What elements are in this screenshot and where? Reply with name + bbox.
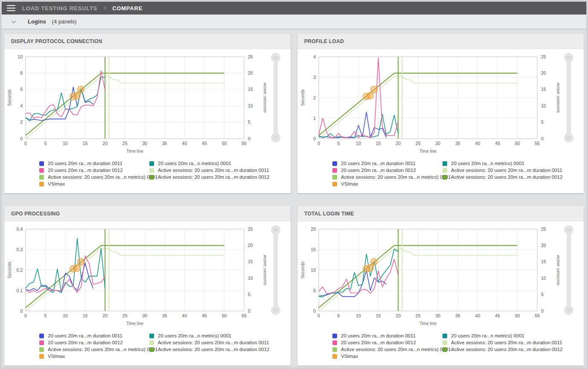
legend-item[interactable]: Active sessions: 20 users 20m ra...n met… xyxy=(39,346,149,353)
legend-label: 20 users 20m ra...m duration 0012 xyxy=(48,340,123,345)
slider-handle-bottom[interactable] xyxy=(564,133,573,142)
slider-handle-top[interactable] xyxy=(271,53,280,62)
svg-text:0.2: 0.2 xyxy=(16,267,23,273)
slider-track[interactable] xyxy=(567,230,571,310)
svg-text:Active Sessions: Active Sessions xyxy=(263,255,266,285)
legend-item[interactable]: 20 users 20m ra...n metrics) 0001 xyxy=(149,332,269,339)
slider-handle-top[interactable] xyxy=(564,53,573,62)
legend-item[interactable]: 20 users 20m ra...m duration 0011 xyxy=(39,160,149,167)
svg-text:5: 5 xyxy=(44,141,47,146)
legend-item[interactable]: 20 users 20m ra...n metrics) 0001 xyxy=(442,332,562,339)
pink-series-swatch-icon xyxy=(39,168,44,173)
legend-item[interactable]: Active sessions: 20 users 20m ra...n met… xyxy=(332,174,442,180)
slider-handle-bottom[interactable] xyxy=(271,133,280,142)
breadcrumb-root[interactable]: LOAD TESTING RESULTS xyxy=(22,5,97,12)
chevron-down-icon[interactable] xyxy=(11,19,17,25)
svg-text:0: 0 xyxy=(541,308,544,314)
legend-item[interactable]: Active sessions: 20 users 20m ra...m dur… xyxy=(149,339,269,346)
legend-label: Active sessions: 20 users 20m ra...n met… xyxy=(341,347,451,352)
legend-item[interactable]: 20 users 20m ra...n metrics) 0001 xyxy=(149,160,269,167)
legend-item[interactable]: 20 users 20m ra...m duration 0012 xyxy=(332,167,442,174)
teal-series-swatch-icon xyxy=(442,161,447,166)
legend-item[interactable]: 20 users 20m ra...m duration 0012 xyxy=(39,167,149,174)
svg-text:15: 15 xyxy=(541,87,546,92)
legend-item[interactable]: VSImax xyxy=(332,353,442,360)
svg-text:0.4: 0.4 xyxy=(16,227,23,232)
svg-text:30: 30 xyxy=(435,141,440,146)
dark_green-series-swatch-icon xyxy=(149,175,154,180)
legend-item[interactable]: Active sessions: 20 users 20m ra...m dur… xyxy=(149,167,269,174)
svg-text:5: 5 xyxy=(313,288,316,293)
svg-text:Seconds: Seconds xyxy=(300,262,305,279)
svg-text:35: 35 xyxy=(455,141,460,146)
slider-handle-top[interactable] xyxy=(564,225,573,235)
svg-text:Time line: Time line xyxy=(126,321,144,326)
legend-item[interactable]: 20 users 20m ra...m duration 0011 xyxy=(332,160,442,167)
menu-icon[interactable] xyxy=(7,5,15,11)
svg-text:25: 25 xyxy=(416,141,421,146)
dark_green-series-swatch-icon xyxy=(442,347,447,352)
legend-item[interactable]: Active sessions: 20 users 20m ra...n met… xyxy=(332,346,442,353)
slider-track[interactable] xyxy=(274,58,278,138)
svg-text:2: 2 xyxy=(313,95,316,100)
blue-series-swatch-icon xyxy=(39,334,44,338)
legend-item[interactable]: Active sessions: 20 users 20m ra...m dur… xyxy=(149,346,269,353)
svg-text:50: 50 xyxy=(222,313,227,318)
slider-track[interactable] xyxy=(567,58,571,138)
legend-item[interactable]: 20 users 20m ra...m duration 0011 xyxy=(332,332,442,339)
active-sessions-range-slider xyxy=(559,224,578,331)
svg-text:15: 15 xyxy=(311,247,316,252)
legend-label: Active sessions: 20 users 20m ra...m dur… xyxy=(158,347,269,352)
slider-handle-bottom[interactable] xyxy=(271,305,280,315)
slider-handle-top[interactable] xyxy=(271,225,280,235)
svg-text:Seconds: Seconds xyxy=(7,90,12,106)
svg-text:20: 20 xyxy=(102,313,108,318)
legend-item[interactable]: Active sessions: 20 users 20m ra...m dur… xyxy=(442,346,562,353)
chart-canvas: 051015202530354045505500.10.20.30.405101… xyxy=(6,224,266,331)
legend-item[interactable]: Active sessions: 20 users 20m ra...m dur… xyxy=(442,174,562,180)
legend-item[interactable]: Active sessions: 20 users 20m ra...m dur… xyxy=(149,174,269,180)
legend-item[interactable]: 20 users 20m ra...n metrics) 0001 xyxy=(442,160,562,167)
svg-text:0: 0 xyxy=(317,313,320,318)
svg-text:50: 50 xyxy=(222,141,227,146)
svg-text:20: 20 xyxy=(541,70,546,76)
pale_green-series-swatch-icon xyxy=(149,168,154,173)
page: LOAD TESTING RESULTS > COMPARE Logins (4… xyxy=(2,2,586,367)
svg-text:50: 50 xyxy=(515,141,520,146)
svg-text:10: 10 xyxy=(541,276,546,281)
legend-item[interactable]: Active sessions: 20 users 20m ra...n met… xyxy=(39,174,149,180)
legend-item[interactable]: Active sessions: 20 users 20m ra...m dur… xyxy=(442,167,562,174)
legend-label: VSImax xyxy=(48,181,65,186)
legend-item[interactable]: 20 users 20m ra...m duration 0011 xyxy=(39,332,149,339)
svg-text:10: 10 xyxy=(541,103,546,108)
slider-handle-bottom[interactable] xyxy=(564,305,573,315)
slider-track[interactable] xyxy=(274,230,278,310)
legend-item[interactable]: Active sessions: 20 users 20m ra...m dur… xyxy=(442,339,562,346)
svg-text:0: 0 xyxy=(20,136,23,141)
legend-item[interactable]: VSImax xyxy=(39,180,149,187)
svg-text:2: 2 xyxy=(20,119,23,125)
orange-series-swatch-icon xyxy=(39,182,44,186)
svg-text:0: 0 xyxy=(317,141,320,146)
svg-text:Time line: Time line xyxy=(126,149,144,154)
svg-text:20: 20 xyxy=(248,243,253,248)
section-header[interactable]: Logins (4 panels) xyxy=(2,15,586,29)
breadcrumb-separator-icon: > xyxy=(103,5,106,11)
chart-canvas: 0510152025303540455055051015200510152025… xyxy=(299,224,559,331)
green-series-swatch-icon xyxy=(39,347,44,352)
legend-label: Active sessions: 20 users 20m ra...n met… xyxy=(48,347,158,352)
pink-series-swatch-icon xyxy=(332,168,337,173)
legend-item[interactable]: VSImax xyxy=(39,353,149,360)
legend-item[interactable]: 20 users 20m ra...m duration 0012 xyxy=(39,339,149,346)
panel-total-login-time: TOTAL LOGIN TIME 05101520253035404550550… xyxy=(297,206,584,366)
legend-item[interactable]: 20 users 20m ra...m duration 0012 xyxy=(332,339,442,346)
svg-text:Time line: Time line xyxy=(419,321,437,326)
svg-text:15: 15 xyxy=(376,141,381,146)
legend-item[interactable]: VSImax xyxy=(332,180,442,187)
legend-label: Active sessions: 20 users 20m ra...m dur… xyxy=(451,347,562,352)
legend-label: VSImax xyxy=(48,354,65,359)
orange-series-swatch-icon xyxy=(39,354,44,359)
svg-text:25: 25 xyxy=(541,54,546,59)
svg-text:Seconds: Seconds xyxy=(300,90,305,106)
legend-label: 20 users 20m ra...n metrics) 0001 xyxy=(158,161,231,166)
